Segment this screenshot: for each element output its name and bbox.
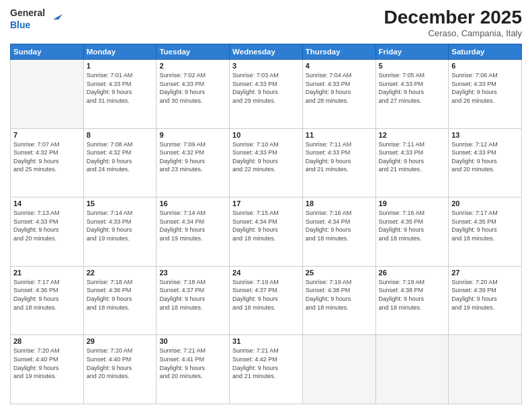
calendar-week-3: 14Sunrise: 7:13 AMSunset: 4:33 PMDayligh… bbox=[11, 197, 522, 267]
day-number: 22 bbox=[87, 269, 154, 277]
day-number: 4 bbox=[306, 62, 373, 70]
calendar-cell: 26Sunrise: 7:19 AMSunset: 4:38 PMDayligh… bbox=[375, 266, 449, 335]
calendar-cell: 17Sunrise: 7:15 AMSunset: 4:34 PMDayligh… bbox=[230, 197, 303, 267]
day-number: 25 bbox=[306, 269, 373, 277]
calendar-cell: 25Sunrise: 7:19 AMSunset: 4:38 PMDayligh… bbox=[302, 266, 375, 335]
weekday-header-friday: Friday bbox=[375, 44, 449, 60]
day-number: 17 bbox=[232, 199, 300, 208]
day-info: Sunrise: 7:13 AMSunset: 4:33 PMDaylight:… bbox=[13, 209, 81, 242]
calendar-cell: 1Sunrise: 7:01 AMSunset: 4:33 PMDaylight… bbox=[83, 60, 157, 129]
calendar-cell: 15Sunrise: 7:14 AMSunset: 4:33 PMDayligh… bbox=[83, 197, 157, 267]
calendar-body: 1Sunrise: 7:01 AMSunset: 4:33 PMDaylight… bbox=[11, 60, 522, 404]
day-info: Sunrise: 7:14 AMSunset: 4:33 PMDaylight:… bbox=[87, 209, 154, 242]
day-number: 18 bbox=[306, 199, 373, 208]
day-number: 14 bbox=[13, 199, 81, 208]
day-info: Sunrise: 7:21 AMSunset: 4:41 PMDaylight:… bbox=[159, 347, 226, 380]
weekday-header-tuesday: Tuesday bbox=[157, 44, 230, 60]
calendar-week-2: 7Sunrise: 7:07 AMSunset: 4:32 PMDaylight… bbox=[11, 128, 522, 197]
day-info: Sunrise: 7:02 AMSunset: 4:33 PMDaylight:… bbox=[159, 71, 226, 105]
calendar-cell: 11Sunrise: 7:11 AMSunset: 4:33 PMDayligh… bbox=[302, 128, 375, 197]
day-number: 24 bbox=[232, 269, 300, 277]
day-info: Sunrise: 7:11 AMSunset: 4:33 PMDaylight:… bbox=[379, 140, 446, 174]
day-number: 3 bbox=[232, 62, 300, 70]
day-info: Sunrise: 7:01 AMSunset: 4:33 PMDaylight:… bbox=[87, 71, 154, 105]
day-info: Sunrise: 7:08 AMSunset: 4:32 PMDaylight:… bbox=[87, 140, 154, 174]
day-number: 16 bbox=[159, 199, 226, 208]
month-title: December 2025 bbox=[384, 7, 522, 28]
day-number: 13 bbox=[451, 131, 519, 139]
day-number: 6 bbox=[451, 62, 519, 70]
day-info: Sunrise: 7:09 AMSunset: 4:32 PMDaylight:… bbox=[159, 140, 226, 174]
calendar-cell: 2Sunrise: 7:02 AMSunset: 4:33 PMDaylight… bbox=[157, 60, 230, 129]
calendar-cell: 14Sunrise: 7:13 AMSunset: 4:33 PMDayligh… bbox=[11, 197, 84, 267]
calendar-cell: 30Sunrise: 7:21 AMSunset: 4:41 PMDayligh… bbox=[157, 335, 230, 404]
day-info: Sunrise: 7:18 AMSunset: 4:37 PMDaylight:… bbox=[159, 278, 226, 312]
day-info: Sunrise: 7:17 AMSunset: 4:35 PMDaylight:… bbox=[451, 209, 519, 242]
day-info: Sunrise: 7:17 AMSunset: 4:36 PMDaylight:… bbox=[13, 278, 81, 312]
day-number: 23 bbox=[159, 269, 226, 277]
day-info: Sunrise: 7:20 AMSunset: 4:40 PMDaylight:… bbox=[87, 347, 154, 380]
calendar-cell: 10Sunrise: 7:10 AMSunset: 4:33 PMDayligh… bbox=[230, 128, 303, 197]
day-number: 9 bbox=[159, 131, 226, 139]
day-info: Sunrise: 7:07 AMSunset: 4:32 PMDaylight:… bbox=[13, 140, 81, 174]
calendar-cell: 31Sunrise: 7:21 AMSunset: 4:42 PMDayligh… bbox=[230, 335, 303, 404]
weekday-header-saturday: Saturday bbox=[449, 44, 522, 60]
day-number: 8 bbox=[87, 131, 154, 139]
day-info: Sunrise: 7:19 AMSunset: 4:37 PMDaylight:… bbox=[232, 278, 300, 312]
calendar-cell: 18Sunrise: 7:16 AMSunset: 4:34 PMDayligh… bbox=[302, 197, 375, 267]
calendar-cell: 5Sunrise: 7:05 AMSunset: 4:33 PMDaylight… bbox=[375, 60, 449, 129]
calendar-cell: 3Sunrise: 7:03 AMSunset: 4:33 PMDaylight… bbox=[230, 60, 303, 129]
calendar-cell: 23Sunrise: 7:18 AMSunset: 4:37 PMDayligh… bbox=[157, 266, 230, 335]
calendar-table: SundayMondayTuesdayWednesdayThursdayFrid… bbox=[10, 44, 522, 404]
calendar-cell bbox=[375, 335, 449, 404]
logo-bird-icon bbox=[48, 10, 62, 25]
day-info: Sunrise: 7:12 AMSunset: 4:33 PMDaylight:… bbox=[451, 140, 519, 174]
day-info: Sunrise: 7:03 AMSunset: 4:33 PMDaylight:… bbox=[232, 71, 300, 105]
day-info: Sunrise: 7:06 AMSunset: 4:33 PMDaylight:… bbox=[451, 71, 519, 105]
calendar-cell: 13Sunrise: 7:12 AMSunset: 4:33 PMDayligh… bbox=[449, 128, 522, 197]
day-number: 29 bbox=[87, 337, 154, 345]
calendar-cell: 16Sunrise: 7:14 AMSunset: 4:34 PMDayligh… bbox=[157, 197, 230, 267]
location: Ceraso, Campania, Italy bbox=[384, 28, 522, 38]
calendar-cell: 19Sunrise: 7:16 AMSunset: 4:35 PMDayligh… bbox=[375, 197, 449, 267]
day-info: Sunrise: 7:21 AMSunset: 4:42 PMDaylight:… bbox=[232, 347, 300, 380]
day-number: 19 bbox=[379, 199, 446, 208]
day-number: 7 bbox=[13, 131, 81, 139]
calendar-cell: 20Sunrise: 7:17 AMSunset: 4:35 PMDayligh… bbox=[449, 197, 522, 267]
day-info: Sunrise: 7:16 AMSunset: 4:34 PMDaylight:… bbox=[306, 209, 373, 242]
day-number: 28 bbox=[13, 337, 81, 345]
day-info: Sunrise: 7:19 AMSunset: 4:38 PMDaylight:… bbox=[306, 278, 373, 312]
day-info: Sunrise: 7:20 AMSunset: 4:39 PMDaylight:… bbox=[451, 278, 519, 312]
day-number: 31 bbox=[232, 337, 300, 345]
calendar-cell bbox=[302, 335, 375, 404]
calendar-week-1: 1Sunrise: 7:01 AMSunset: 4:33 PMDaylight… bbox=[11, 60, 522, 129]
day-number: 21 bbox=[13, 269, 81, 277]
day-info: Sunrise: 7:11 AMSunset: 4:33 PMDaylight:… bbox=[306, 140, 373, 174]
day-number: 11 bbox=[306, 131, 373, 139]
calendar-cell: 29Sunrise: 7:20 AMSunset: 4:40 PMDayligh… bbox=[83, 335, 157, 404]
calendar-cell: 4Sunrise: 7:04 AMSunset: 4:33 PMDaylight… bbox=[302, 60, 375, 129]
calendar-cell: 9Sunrise: 7:09 AMSunset: 4:32 PMDaylight… bbox=[157, 128, 230, 197]
calendar-week-4: 21Sunrise: 7:17 AMSunset: 4:36 PMDayligh… bbox=[11, 266, 522, 335]
weekday-header-row: SundayMondayTuesdayWednesdayThursdayFrid… bbox=[11, 44, 522, 60]
day-info: Sunrise: 7:10 AMSunset: 4:33 PMDaylight:… bbox=[232, 140, 300, 174]
title-block: December 2025 Ceraso, Campania, Italy bbox=[384, 7, 522, 38]
calendar-cell: 28Sunrise: 7:20 AMSunset: 4:40 PMDayligh… bbox=[11, 335, 84, 404]
calendar-cell: 12Sunrise: 7:11 AMSunset: 4:33 PMDayligh… bbox=[375, 128, 449, 197]
calendar-cell: 22Sunrise: 7:18 AMSunset: 4:36 PMDayligh… bbox=[83, 266, 157, 335]
day-info: Sunrise: 7:16 AMSunset: 4:35 PMDaylight:… bbox=[379, 209, 446, 242]
day-number: 15 bbox=[87, 199, 154, 208]
calendar-cell: 6Sunrise: 7:06 AMSunset: 4:33 PMDaylight… bbox=[449, 60, 522, 129]
calendar-cell: 24Sunrise: 7:19 AMSunset: 4:37 PMDayligh… bbox=[230, 266, 303, 335]
day-number: 12 bbox=[379, 131, 446, 139]
page: General Blue December 2025 Ceraso, Campa… bbox=[0, 0, 532, 411]
day-info: Sunrise: 7:18 AMSunset: 4:36 PMDaylight:… bbox=[87, 278, 154, 312]
day-number: 2 bbox=[159, 62, 226, 70]
logo: General Blue bbox=[10, 7, 62, 30]
calendar-cell: 8Sunrise: 7:08 AMSunset: 4:32 PMDaylight… bbox=[83, 128, 157, 197]
calendar-cell bbox=[11, 60, 84, 129]
header: General Blue December 2025 Ceraso, Campa… bbox=[10, 7, 522, 38]
day-info: Sunrise: 7:04 AMSunset: 4:33 PMDaylight:… bbox=[306, 71, 373, 105]
day-info: Sunrise: 7:20 AMSunset: 4:40 PMDaylight:… bbox=[13, 347, 81, 380]
calendar-cell: 27Sunrise: 7:20 AMSunset: 4:39 PMDayligh… bbox=[449, 266, 522, 335]
